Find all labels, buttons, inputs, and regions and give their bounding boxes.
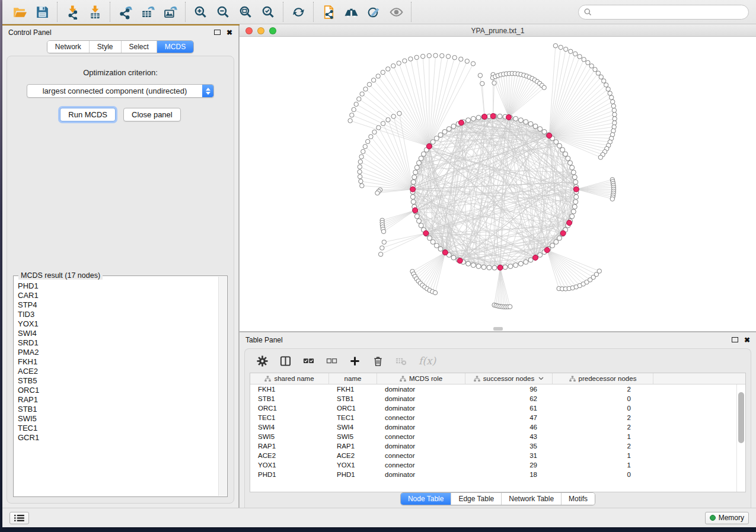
mcds-result-item[interactable]: STB5 — [18, 376, 218, 386]
table-row[interactable]: TEC1TEC1connector472 — [250, 413, 745, 422]
mcds-result-item[interactable]: TEC1 — [18, 424, 218, 433]
show-hide-button[interactable] — [387, 3, 406, 21]
mcds-result-item[interactable]: ORC1 — [18, 386, 218, 395]
save-button[interactable] — [33, 3, 52, 21]
mcds-result-item[interactable]: ACE2 — [18, 367, 218, 376]
columns-button[interactable] — [280, 355, 291, 367]
export-network-button[interactable] — [116, 3, 135, 21]
mcds-result-item[interactable]: SWI4 — [18, 329, 218, 338]
cell: ACE2 — [250, 452, 329, 459]
column-header-predecessor-nodes[interactable]: predecessor nodes — [553, 373, 653, 384]
close-icon: ✖ — [227, 29, 232, 36]
optimization-criterion-select[interactable]: largest connected component (undirected) — [27, 84, 214, 98]
column-header-MCDS-role[interactable]: MCDS role — [377, 373, 465, 384]
table-row[interactable]: ACE2ACE2connector311 — [250, 451, 745, 460]
memory-label: Memory — [719, 514, 744, 522]
export-image-button[interactable] — [161, 3, 180, 21]
mcds-result-item[interactable]: PMA2 — [18, 348, 218, 357]
column-header-shared-name[interactable]: shared name — [250, 373, 329, 384]
tab-network-table[interactable]: Network Table — [501, 493, 561, 505]
column-header-name[interactable]: name — [329, 373, 377, 384]
search-network-button[interactable] — [342, 3, 361, 21]
cell: FKH1 — [329, 386, 377, 393]
zoom-out-button[interactable] — [213, 3, 232, 21]
control-panel-close-button[interactable]: ✖ — [227, 29, 232, 36]
cell: TEC1 — [329, 414, 377, 421]
mcds-result-item[interactable]: PHD1 — [18, 281, 218, 291]
tab-style[interactable]: Style — [89, 41, 121, 53]
table-panel-close-button[interactable]: ✖ — [744, 336, 750, 344]
export-table-button[interactable] — [138, 3, 157, 21]
zoom-fit-button[interactable] — [236, 3, 255, 21]
search-box[interactable] — [578, 5, 749, 20]
import-network-button[interactable] — [63, 3, 82, 21]
delete-button[interactable] — [372, 355, 384, 367]
table-panel-float-button[interactable] — [732, 337, 744, 342]
clear-selection-button[interactable] — [326, 355, 337, 367]
network-from-document-button[interactable] — [319, 3, 338, 21]
import-network-icon — [65, 5, 80, 20]
memory-button[interactable]: Memory — [705, 512, 749, 524]
cell: RAP1 — [329, 443, 377, 450]
task-history-button[interactable] — [9, 512, 29, 524]
search-input[interactable] — [595, 8, 743, 16]
tab-mcds[interactable]: MCDS — [157, 41, 193, 53]
minimize-window-icon[interactable] — [257, 27, 264, 34]
network-canvas[interactable] — [240, 37, 756, 331]
mcds-result-item[interactable]: TID3 — [18, 310, 218, 319]
table-row[interactable]: SWI4SWI4dominator462 — [250, 422, 745, 432]
column-header-successor-nodes[interactable]: successor nodes — [465, 373, 553, 384]
add-button[interactable] — [349, 355, 361, 367]
close-panel-button[interactable]: Close panel — [123, 108, 181, 121]
open-file-button[interactable] — [10, 3, 29, 21]
function-button[interactable]: f(x) — [419, 355, 436, 367]
zoom-in-button[interactable] — [191, 3, 210, 21]
table-row[interactable]: STB1STB1dominator620 — [250, 394, 745, 403]
table-row[interactable]: FKH1FKH1dominator962 — [250, 384, 745, 394]
network-from-document-icon — [321, 5, 336, 20]
mcds-result-item[interactable]: YOX1 — [18, 319, 218, 329]
mcds-result-item[interactable]: GCR1 — [18, 433, 218, 443]
mcds-result-item[interactable]: SWI5 — [18, 414, 218, 424]
selected-criterion: largest connected component (undirected) — [27, 86, 202, 95]
table-scrollbar-thumb[interactable] — [738, 392, 744, 443]
network-graph[interactable] — [240, 37, 752, 331]
zoom-selected-button[interactable] — [259, 3, 277, 21]
zoom-window-icon[interactable] — [269, 27, 276, 34]
table-row[interactable]: ORC1ORC1dominator610 — [250, 403, 745, 413]
run-mcds-button[interactable]: Run MCDS — [60, 108, 116, 121]
mcds-result-item[interactable]: SRD1 — [18, 338, 218, 348]
import-table-button[interactable] — [85, 3, 104, 21]
mcds-result-scrollbar[interactable] — [218, 277, 227, 496]
table-row[interactable]: SWI5SWI5connector431 — [250, 432, 745, 441]
cell: YOX1 — [250, 462, 329, 469]
refresh-button[interactable] — [289, 3, 308, 21]
memory-status-icon — [710, 515, 716, 521]
gear-button[interactable] — [257, 355, 268, 367]
control-panel-float-button[interactable] — [214, 30, 227, 35]
table-row[interactable]: RAP1RAP1dominator352 — [250, 441, 745, 451]
table-scrollbar[interactable] — [736, 384, 745, 492]
node-table-body: FKH1FKH1dominator962STB1STB1dominator620… — [250, 384, 745, 492]
mcds-result-item[interactable]: STP4 — [18, 300, 218, 310]
table-row[interactable]: YOX1YOX1connector291 — [250, 460, 745, 470]
network-window-titlebar[interactable]: YPA_prune.txt_1 — [240, 25, 756, 37]
tab-edge-table[interactable]: Edge Table — [451, 493, 501, 505]
mcds-result-item[interactable]: STB1 — [18, 405, 218, 414]
vizmap-button[interactable] — [364, 3, 383, 21]
delete-table-button[interactable] — [395, 355, 407, 367]
tab-motifs[interactable]: Motifs — [561, 493, 595, 505]
tab-select[interactable]: Select — [121, 41, 157, 53]
mcds-result-item[interactable]: FKH1 — [18, 357, 218, 367]
network-hscroll-thumb[interactable] — [493, 327, 503, 331]
cell: 35 — [465, 443, 553, 450]
mcds-result-item[interactable]: CAR1 — [18, 291, 218, 300]
mcds-result-list[interactable]: PHD1CAR1STP4TID3YOX1SWI4SRD1PMA2FKH1ACE2… — [14, 277, 218, 496]
cell: dominator — [377, 424, 465, 431]
tab-network[interactable]: Network — [47, 41, 89, 53]
tab-node-table[interactable]: Node Table — [401, 493, 451, 505]
mcds-result-item[interactable]: RAP1 — [18, 395, 218, 405]
select-all-button[interactable] — [303, 355, 314, 367]
close-window-icon[interactable] — [245, 27, 253, 34]
table-row[interactable]: PHD1PHD1dominator180 — [250, 470, 745, 479]
